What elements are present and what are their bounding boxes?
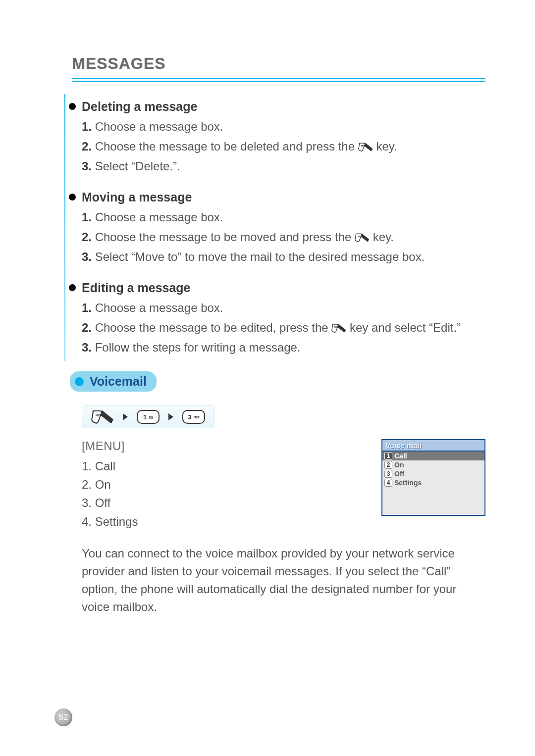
step-text: Choose the message to be moved and press… <box>95 230 355 244</box>
step-item: 1. Choose a message box. <box>82 299 485 317</box>
section: Deleting a message1. Choose a message bo… <box>82 100 485 175</box>
voicemail-description: You can connect to the voice mailbox pro… <box>82 545 485 616</box>
menu-list-item: 2. On <box>82 475 352 494</box>
step-number: 1. <box>82 210 92 224</box>
menu-item-number: 2. <box>82 478 92 491</box>
phone-item-label: On <box>394 461 404 469</box>
content: Deleting a message1. Choose a message bo… <box>82 100 485 616</box>
step-item: 2. Choose the message to be deleted and … <box>82 138 485 155</box>
menu-item-number: 4. <box>82 515 92 528</box>
manual-page: MESSAGES Deleting a message1. Choose a m… <box>0 0 535 756</box>
step-text: Choose the message to be deleted and pre… <box>95 140 358 153</box>
phone-menu-item: 4Settings <box>382 478 484 487</box>
menu-list-column: [MENU] 1. Call2. On3. Off4. Settings <box>82 439 352 531</box>
page-title: MESSAGES <box>72 54 485 73</box>
step-text-post: key and select “Edit.” <box>346 321 461 334</box>
phone-screen-title: Voice mail <box>382 440 484 452</box>
menu-item-number: 3. <box>82 496 92 509</box>
section: Moving a message1. Choose a message box.… <box>82 190 485 266</box>
menu-key-icon: MENU <box>358 139 373 149</box>
phone-screen: Voice mail 1Call2On3Off4Settings <box>381 439 485 516</box>
step-item: 1. Choose a message box. <box>82 208 485 226</box>
menu-item-number: 1. <box>82 459 92 473</box>
step-text: Follow the steps for writing a message. <box>95 341 301 354</box>
bullet-marker-icon <box>69 103 76 110</box>
section-heading: Editing a message <box>82 281 485 295</box>
step-number: 2. <box>82 140 92 153</box>
menu-list-item: 1. Call <box>82 457 352 475</box>
phone-item-number: 2 <box>384 461 392 469</box>
step-text-post: key. <box>373 140 397 153</box>
step-text: Choose a message box. <box>95 210 223 224</box>
menu-item-label: Settings <box>95 515 138 528</box>
step-item: 2. Choose the message to be edited, pres… <box>82 319 485 337</box>
phone-item-number: 4 <box>384 479 392 487</box>
voicemail-heading-pill: Voicemail <box>70 371 157 392</box>
section-outline-line <box>64 94 65 361</box>
menu-key-icon: MENU <box>91 410 114 424</box>
step-text-post: key. <box>370 230 394 244</box>
phone-item-label: Off <box>394 470 404 478</box>
step-text: Choose a message box. <box>95 120 223 133</box>
step-list: 1. Choose a message box.2. Choose the me… <box>82 118 485 175</box>
menu-item-label: Off <box>95 496 111 509</box>
phone-menu-item: 1Call <box>382 452 484 460</box>
title-rule <box>72 78 485 82</box>
step-number: 1. <box>82 120 92 133</box>
menu-key-icon: MENU <box>331 320 346 330</box>
step-text: Choose the message to be edited, press t… <box>95 321 332 334</box>
page-number-badge: 52 <box>54 708 72 726</box>
step-list: 1. Choose a message box.2. Choose the me… <box>82 299 485 356</box>
section: Editing a message1. Choose a message box… <box>82 281 485 356</box>
arrow-right-icon <box>168 413 173 420</box>
bullet-marker-icon <box>69 284 76 291</box>
menu-item-label: On <box>95 478 111 491</box>
step-number: 2. <box>82 230 92 244</box>
step-number: 2. <box>82 321 92 334</box>
step-number: 3. <box>82 341 92 354</box>
step-number: 3. <box>82 159 92 173</box>
phone-item-number: 1 <box>384 452 392 460</box>
menu-key-icon: MENU <box>355 230 370 240</box>
section-heading: Deleting a message <box>82 100 485 114</box>
menu-header: [MENU] <box>82 439 352 453</box>
step-item: 3. Select “Delete.”. <box>82 157 485 175</box>
phone-menu-item: 2On <box>382 460 484 469</box>
bullet-marker-icon <box>69 194 76 201</box>
key-3def: 3 def <box>182 410 205 424</box>
menu-item-label: Call <box>95 459 115 473</box>
step-number: 1. <box>82 301 92 314</box>
phone-item-label: Settings <box>394 479 422 487</box>
section-heading: Moving a message <box>82 190 485 204</box>
menu-list-item: 3. Off <box>82 494 352 512</box>
step-number: 3. <box>82 250 92 263</box>
step-text: Choose a message box. <box>95 301 223 314</box>
step-list: 1. Choose a message box.2. Choose the me… <box>82 208 485 266</box>
key-sequence-bar: MENU 1 ∞ 3 def <box>82 405 214 428</box>
step-item: 2. Choose the message to be moved and pr… <box>82 228 485 246</box>
arrow-right-icon <box>123 413 128 420</box>
phone-item-label: Call <box>394 452 407 460</box>
step-text: Select “Move to” to move the mail to the… <box>95 250 425 263</box>
step-item: 1. Choose a message box. <box>82 118 485 136</box>
phone-item-number: 3 <box>384 470 392 478</box>
menu-list: 1. Call2. On3. Off4. Settings <box>82 457 352 531</box>
menu-list-item: 4. Settings <box>82 512 352 531</box>
key-1: 1 ∞ <box>137 410 160 424</box>
phone-menu-item: 3Off <box>382 469 484 478</box>
step-item: 3. Select “Move to” to move the mail to … <box>82 248 485 266</box>
step-text: Select “Delete.”. <box>95 159 180 173</box>
step-item: 3. Follow the steps for writing a messag… <box>82 339 485 356</box>
